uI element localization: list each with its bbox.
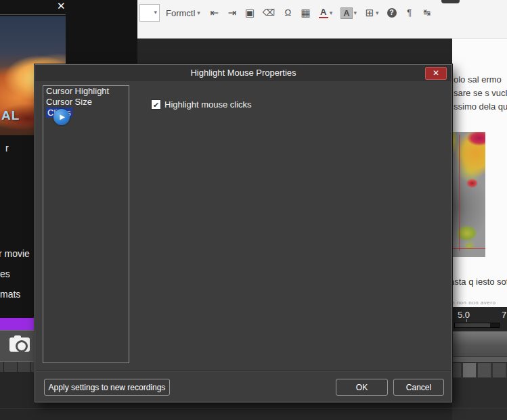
settings-listbox: Cursor Highlight Cursor Size Clicks [43,85,129,363]
listbox-item-cursor-size[interactable]: Cursor Size [43,97,129,108]
sidebar-item-mats[interactable]: mats [0,289,20,300]
chevron-down-icon: ▾ [154,9,157,16]
accent-bar [0,318,35,330]
document-text-line: ssimo dela qua [454,101,507,112]
document-text-line: sare se s vucl [454,88,507,98]
style-dropdown[interactable]: ▾ [139,4,160,22]
checkbox-label: Highlight mouse clicks [164,99,252,110]
highlight-mouse-clicks-checkbox[interactable]: ✔ [151,99,161,110]
play-button[interactable]: ▶ [53,109,70,125]
editor-toolbar: ▾ Formctl ▾ ⇤ ⇥ ▣ ⌫ Ω ▦ A ▾ A ▾ [137,0,507,39]
document-caption: asta q iesto soft [449,277,507,287]
chevron-down-icon[interactable]: ▾ [330,9,333,16]
cancel-button[interactable]: Cancel [393,379,444,396]
indent-increase-icon[interactable]: ⇥ [227,7,237,19]
camera-icon[interactable] [9,337,30,352]
dialog-titlebar[interactable]: Highlight Mouse Properties ✕ [35,65,451,81]
special-character-icon[interactable]: Ω [283,7,292,19]
highlight-mouse-properties-dialog: Highlight Mouse Properties ✕ Cursor High… [35,64,452,402]
borders-icon[interactable]: ▦ [301,7,310,19]
timeline-ticks [0,361,35,372]
thumbnail-caption: AL [1,108,20,123]
merge-cells-icon[interactable]: ↹ [422,7,432,19]
document-fine-print: n non non avero [451,300,495,306]
weather-map-image [452,132,485,257]
window-tab [441,0,460,3]
timeline-ruler: 5.0 7 [452,307,507,331]
ok-button[interactable]: OK [336,379,388,396]
document-area: olo sal ermo sare se s vucl ssimo dela q… [452,39,507,307]
apply-settings-button[interactable]: Apply settings to new recordings [44,379,170,396]
chevron-down-icon[interactable]: ▾ [354,9,357,16]
eraser-icon[interactable]: ⌫ [263,7,275,19]
screen: ✕ ▾ Formctl ▾ ⇤ ⇥ ▣ ⌫ Ω ▦ A ▾ A [0,0,507,420]
sidebar-partial-text: r [5,143,9,154]
sidebar-item-movie[interactable]: r movie [0,248,30,259]
close-button[interactable]: ✕ [425,67,447,80]
listbox-item-cursor-highlight[interactable]: Cursor Highlight [43,86,129,97]
play-icon: ▶ [60,114,65,120]
pilcrow-icon[interactable]: ¶ [405,7,414,19]
help-icon[interactable]: ? [387,8,397,18]
chevron-down-icon: ▾ [197,9,200,16]
ruler-label: 7 [502,310,506,320]
bottom-panel [452,378,507,420]
format-menu-label[interactable]: Formctl [166,8,195,18]
ruler-label: 5.0 [458,310,470,320]
timeline-frames[interactable] [452,363,507,378]
indent-decrease-icon[interactable]: ⇤ [210,7,219,19]
font-color-icon[interactable]: A [319,7,328,18]
timeline-scrollbar[interactable] [454,323,500,328]
table-icon[interactable]: ⊞ [365,7,374,19]
paste-icon[interactable]: ▣ [245,7,255,19]
divider [36,370,451,371]
close-icon[interactable]: ✕ [57,0,66,12]
timeline-panel [452,331,507,356]
camera-panel [0,330,35,361]
sidebar-item-es[interactable]: es [0,269,10,279]
document-text-line: olo sal ermo [454,74,502,85]
highlight-color-icon[interactable]: A [340,7,352,19]
divider [0,409,507,409]
chevron-down-icon[interactable]: ▾ [376,9,379,16]
dialog-title: Highlight Mouse Properties [35,68,451,78]
timeline-strip [452,356,507,363]
divider [0,14,66,15]
